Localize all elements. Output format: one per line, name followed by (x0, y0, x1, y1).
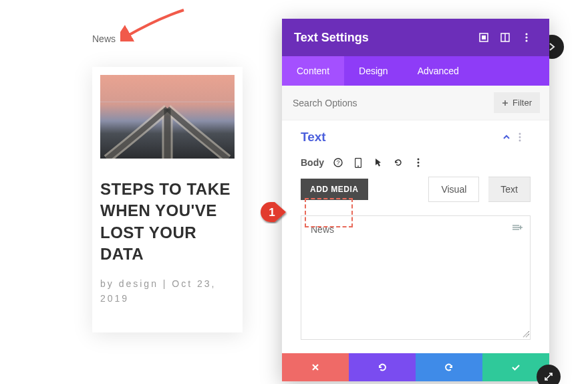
post-title: STEPS TO TAKE WHEN YOU'VE LOST YOUR DATA (100, 179, 235, 266)
svg-point-9 (519, 140, 521, 142)
help-icon: ? (333, 158, 343, 167)
check-icon (510, 362, 521, 373)
body-editor[interactable] (301, 216, 530, 337)
expand-button[interactable] (473, 27, 494, 48)
svg-point-7 (519, 133, 521, 135)
svg-point-13 (357, 165, 359, 167)
panel-footer (282, 353, 549, 381)
cancel-button[interactable] (282, 353, 349, 381)
thumbnail-illustration (100, 75, 235, 159)
media-row: ADD MEDIA Visual Text (301, 177, 531, 202)
reset-button[interactable] (392, 157, 404, 169)
split-view-icon (500, 33, 510, 42)
post-thumbnail (100, 75, 235, 159)
svg-point-4 (525, 33, 527, 35)
redo-button[interactable] (416, 353, 482, 381)
tab-design[interactable]: Design (344, 56, 403, 86)
redo-icon (444, 362, 454, 373)
svg-text:?: ? (336, 159, 339, 166)
body-editor-wrap (301, 215, 531, 340)
editor-resize-handle[interactable] (521, 330, 529, 338)
add-media-button[interactable]: ADD MEDIA (301, 179, 368, 200)
undo-icon (377, 362, 388, 373)
close-icon (311, 363, 320, 372)
kebab-menu-icon (417, 158, 420, 167)
svg-point-16 (418, 165, 420, 167)
split-view-button[interactable] (494, 27, 516, 48)
tab-advanced[interactable]: Advanced (403, 56, 474, 86)
body-menu-button[interactable] (412, 157, 424, 169)
expand-icon (479, 33, 488, 42)
text-module-output: News (92, 33, 116, 44)
svg-point-15 (418, 162, 420, 164)
chevron-up-icon (502, 133, 510, 141)
panel-menu-button[interactable] (516, 27, 537, 48)
search-row: Filter (282, 86, 549, 120)
resize-icon (521, 330, 529, 338)
expand-diagonal-icon (543, 371, 554, 382)
svg-point-8 (519, 136, 521, 138)
body-label: Body (301, 157, 324, 168)
section-collapse[interactable] (502, 133, 519, 141)
post-meta: by design | Oct 23, 2019 (100, 276, 235, 306)
annotation-arrow (120, 7, 187, 41)
expand-handle[interactable] (537, 365, 561, 384)
filter-button[interactable]: Filter (494, 92, 540, 113)
section-menu-button[interactable] (519, 132, 531, 142)
mobile-icon (355, 158, 361, 168)
panel-header[interactable]: Text Settings (282, 19, 549, 56)
filter-label: Filter (512, 98, 532, 108)
dynamic-content-icon (511, 223, 523, 232)
text-settings-panel: Text Settings Content Design Advanced Fi… (282, 19, 549, 381)
settings-tabs: Content Design Advanced (282, 56, 549, 86)
panel-title: Text Settings (294, 31, 473, 45)
svg-rect-1 (482, 35, 486, 39)
kebab-menu-icon (525, 33, 528, 42)
editor-mode-visual[interactable]: Visual (428, 177, 479, 202)
kebab-menu-icon (519, 132, 521, 142)
cursor-icon (374, 158, 382, 167)
svg-point-6 (525, 39, 527, 41)
text-section: Text Body ? (282, 120, 549, 209)
section-title: Text (301, 130, 502, 145)
editor-mode-text[interactable]: Text (488, 177, 531, 202)
responsive-button[interactable] (352, 157, 364, 169)
svg-text:1: 1 (269, 206, 275, 219)
plus-icon (502, 100, 508, 106)
hover-button[interactable] (372, 157, 384, 169)
reset-icon (394, 158, 403, 167)
tab-content[interactable]: Content (282, 56, 344, 86)
undo-button[interactable] (349, 353, 416, 381)
help-button[interactable]: ? (332, 157, 344, 169)
svg-point-5 (525, 36, 527, 38)
post-card: STEPS TO TAKE WHEN YOU'VE LOST YOUR DATA… (92, 67, 243, 332)
dynamic-content-button[interactable] (511, 223, 523, 232)
svg-point-14 (418, 159, 420, 161)
search-input[interactable] (291, 94, 494, 112)
body-option-row: Body ? (301, 157, 531, 169)
section-header[interactable]: Text (301, 130, 531, 145)
